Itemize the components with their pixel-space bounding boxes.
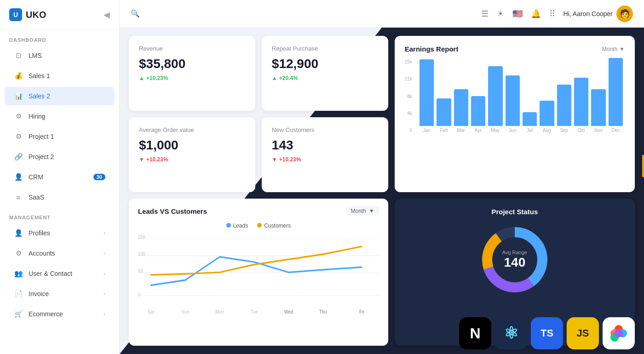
bar-group-dec: Dec: [609, 58, 623, 133]
avg-order-card: Average Order value $1,000 ▼ +10.23%: [129, 117, 255, 192]
svg-text:Mon: Mon: [216, 309, 224, 315]
sidebar-label-invoice: Invoice: [29, 290, 49, 297]
repeat-purchase-card: Repeat Purchase $12,900 ▲ +20.4%: [262, 36, 388, 111]
tech-icons-row: N ⚛ TS JS: [450, 313, 644, 354]
bar-group-feb: Feb: [437, 98, 451, 133]
bar-group-jul: Jul: [523, 112, 537, 133]
bar-feb: [437, 98, 451, 126]
sidebar-item-sales1[interactable]: 💰 Sales 1: [5, 67, 115, 85]
sidebar-item-crm[interactable]: 👤 CRM 30: [5, 168, 115, 186]
ecommerce-arrow: ›: [104, 311, 105, 317]
sidebar-label-sales2: Sales 2: [29, 92, 50, 100]
sidebar-item-project1[interactable]: ⚙ Project 1: [5, 127, 115, 146]
layouts-tab[interactable]: Layouts: [642, 155, 644, 177]
svg-text:Sun: Sun: [182, 309, 190, 315]
grid-icon[interactable]: ⠿: [549, 9, 555, 19]
sidebar-item-ecommerce[interactable]: 🛒 Ecommerce ›: [5, 305, 115, 323]
typescript-icon-box: TS: [531, 317, 563, 349]
project1-icon: ⚙: [14, 132, 23, 141]
sales1-icon: 💰: [14, 71, 23, 80]
sidebar-item-lms[interactable]: ⊡ LMS: [5, 46, 115, 65]
up-arrow-icon2: ▲: [272, 75, 277, 81]
repeat-purchase-label: Repeat Purchase: [272, 45, 378, 52]
bar-nov: [591, 89, 605, 126]
donut-center-text: Avg Range 140: [502, 250, 527, 270]
logo-text: UKO: [26, 10, 46, 20]
sales2-icon: 📊: [14, 91, 23, 101]
down-arrow-icon: ▼: [139, 156, 144, 163]
logo-icon: U: [9, 8, 22, 21]
accounts-arrow: ›: [104, 250, 105, 257]
bar-label-aug: Aug: [543, 128, 551, 133]
new-customers-change-text: +10.23%: [279, 156, 301, 163]
invoice-arrow: ›: [104, 291, 105, 297]
revenue-card: Revenue $35,800 ▲ +10.23%: [129, 36, 255, 111]
sidebar-item-saas[interactable]: ≡ SaaS: [5, 188, 115, 206]
svg-text:150: 150: [138, 234, 145, 240]
sidebar-label-accounts: Accounts: [29, 250, 55, 257]
month-selector[interactable]: Month ▼: [602, 46, 625, 52]
sidebar-label-hiring: Hiring: [29, 113, 46, 120]
new-customers-change: ▼ +10.23%: [272, 156, 378, 163]
topbar: 🔍 ☰ ☀ 🇺🇸 🔔 ⠿ Hi, Aaron Cooper 🧑: [120, 0, 644, 28]
new-customers-card: New Customers 143 ▼ +10.23%: [262, 117, 388, 192]
sidebar-label-user-contact: User & Contact: [29, 270, 72, 277]
bar-label-feb: Feb: [440, 128, 448, 133]
sun-icon[interactable]: ☀: [497, 9, 504, 19]
bar-jan: [420, 59, 434, 126]
flag-icon[interactable]: 🇺🇸: [512, 9, 523, 19]
crm-badge: 30: [93, 174, 105, 180]
bar-group-nov: Nov: [591, 89, 605, 133]
y-axis-labels: 15k11k8k4k0: [405, 59, 412, 133]
menu-icon[interactable]: ☰: [481, 9, 489, 19]
avg-range-value: 140: [502, 255, 527, 270]
sidebar-item-invoice[interactable]: 📄 Invoice ›: [5, 285, 115, 303]
figma-icon-box: [603, 317, 635, 349]
bell-icon[interactable]: 🔔: [531, 9, 541, 19]
collapse-button[interactable]: ◀: [104, 10, 110, 20]
bar-oct: [574, 78, 588, 126]
crm-icon: 👤: [14, 172, 23, 182]
bar-chart-area: JanFebMarAprMayJunJulAugSepOctNovDec: [418, 59, 625, 133]
sidebar-item-user-contact[interactable]: 👥 User & Contact ›: [5, 264, 115, 283]
hiring-icon: ⚙: [14, 112, 23, 121]
logo: U UKO: [9, 8, 46, 21]
sidebar-item-project2[interactable]: 🔗 Project 2: [5, 148, 115, 166]
earnings-card: Earnings Report Month ▼ 15k11k8k4k0 JanF…: [395, 36, 635, 192]
bar-sep: [557, 85, 571, 126]
user-contact-arrow: ›: [104, 270, 105, 277]
sidebar-header: U UKO ◀: [0, 0, 119, 30]
search-icon: 🔍: [131, 9, 140, 18]
bar-apr: [471, 96, 485, 126]
sidebar-item-profiles[interactable]: 👤 Profiles ›: [5, 224, 115, 242]
chevron-down-icon2: ▼: [369, 208, 374, 214]
bar-label-nov: Nov: [594, 128, 603, 133]
leads-title: Leads VS Customers: [138, 207, 207, 215]
search-box[interactable]: 🔍: [131, 9, 474, 18]
revenue-value: $35,800: [139, 57, 245, 71]
ecommerce-icon: 🛒: [14, 309, 23, 319]
bar-label-jul: Jul: [527, 128, 533, 133]
leads-legend-item: Leads: [226, 223, 248, 229]
leads-month-selector[interactable]: Month ▼: [346, 206, 379, 216]
leads-customers-card: Leads VS Customers Month ▼ Leads Custome…: [129, 199, 388, 346]
svg-text:50: 50: [138, 268, 143, 274]
react-icon-box: ⚛: [495, 317, 527, 349]
sidebar-item-sales2[interactable]: 📊 Sales 2: [5, 87, 115, 105]
bar-label-jun: Jun: [509, 128, 516, 133]
sidebar-item-accounts[interactable]: ⚙ Accounts ›: [5, 244, 115, 263]
management-section-label: MANAGEMENT: [0, 207, 119, 223]
greeting-text: Hi, Aaron Cooper: [564, 10, 613, 17]
bar-chart: JanFebMarAprMayJunJulAugSepOctNovDec: [418, 59, 625, 133]
bar-label-apr: Apr: [475, 128, 482, 133]
sidebar-label-ecommerce: Ecommerce: [29, 310, 63, 318]
sidebar-label-lms: LMS: [29, 52, 42, 59]
bar-jun: [506, 75, 520, 126]
svg-text:0: 0: [138, 292, 140, 297]
sidebar-item-hiring[interactable]: ⚙ Hiring: [5, 107, 115, 126]
repeat-purchase-value: $12,900: [272, 57, 378, 71]
avg-order-change: ▼ +10.23%: [139, 156, 245, 163]
content-area: Revenue $35,800 ▲ +10.23% Repeat Purchas…: [120, 28, 644, 354]
bar-group-oct: Oct: [574, 78, 588, 133]
bar-group-jun: Jun: [506, 75, 520, 133]
